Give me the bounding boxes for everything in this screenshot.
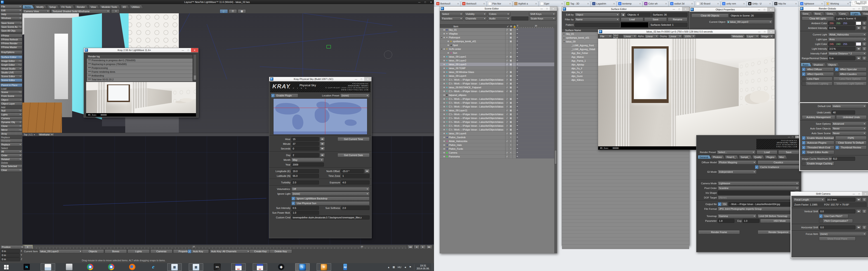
sidebar-item[interactable] — [0, 82, 22, 83]
tab-close-icon[interactable]: ✕ — [509, 2, 511, 5]
timeline-track[interactable] — [516, 32, 554, 35]
scene-item-row[interactable]: ⊕◄Spot — [440, 43, 554, 47]
titlebar[interactable]: Object Properties —□✕ — [690, 7, 774, 12]
visibility-toggle[interactable]: • — [509, 147, 513, 150]
taskbar-app-button[interactable]: 321 — [210, 263, 224, 270]
save-view-icon[interactable]: ▦ — [238, 9, 246, 13]
envelope-button[interactable]: E — [862, 225, 867, 230]
lock-column[interactable] — [513, 116, 516, 120]
visibility-toggle[interactable]: ▥ — [509, 59, 513, 62]
tab-close-icon[interactable]: ✕ — [639, 2, 641, 5]
lock-column[interactable] — [513, 78, 516, 81]
visibility-toggle[interactable]: ▥ — [509, 97, 513, 101]
visibility-toggle[interactable] — [509, 43, 513, 47]
sidebar-item[interactable] — [0, 54, 22, 55]
lock-column[interactable] — [513, 112, 516, 116]
active-check[interactable] — [505, 43, 509, 47]
stepper[interactable]: ◀▶ — [856, 26, 861, 30]
timeline-track[interactable] — [516, 124, 554, 128]
stepper[interactable]: ◀▶ — [856, 209, 861, 213]
menu-help[interactable]: Help▼ — [0, 12, 22, 16]
maximize-button[interactable]: □ — [422, 1, 428, 3]
sidebar-item[interactable]: Scene^O — [0, 90, 22, 94]
scene-item-row[interactable]: ⊕■lakas_09:Layer2 ✓ ▥ — [440, 59, 554, 63]
location-preset-dropdown[interactable]: (none)▼ — [340, 94, 370, 98]
active-check[interactable]: ✓ — [505, 112, 509, 116]
sun-intensity-field[interactable]: 0.5 — [291, 206, 319, 210]
tab-close-icon[interactable]: ✕ — [457, 2, 459, 5]
scene-item-row[interactable]: ⊕◄Plafon_Gardrob • — [440, 135, 554, 139]
edit-by-dropdown[interactable]: Object▼ — [575, 13, 620, 17]
sidebar-item[interactable]: Replace — [0, 136, 22, 139]
extra-dropdown[interactable]: ▼ — [111, 9, 119, 13]
timeline-track[interactable] — [516, 139, 554, 143]
timeline-track[interactable] — [516, 155, 554, 158]
timeline-track[interactable] — [516, 74, 554, 78]
panel-tab[interactable]: Final G_ — [725, 155, 739, 159]
timeline-track[interactable] — [516, 78, 554, 81]
panel-tab[interactable]: Shadows — [812, 63, 826, 67]
sidebar-item[interactable]: From Scene — [0, 94, 22, 98]
sidebar-item[interactable]: Camera — [0, 116, 22, 120]
sidebar-item[interactable]: FPrime Master — [0, 45, 22, 49]
current-object-dropdown[interactable]: ■lakas_09:Layer3▼ — [726, 20, 773, 24]
rotate-gizmo-icon[interactable] — [384, 50, 392, 59]
minimize-button[interactable]: — — [416, 1, 422, 3]
stepper[interactable]: ◀▶ — [856, 198, 861, 202]
menu-edit[interactable]: Edit▼ — [0, 8, 22, 12]
stepper[interactable]: ◀▶ — [856, 47, 861, 51]
browser-tab[interactable]: ◆Unity - U✕ — [747, 1, 772, 6]
browser-tab[interactable]: 8unity rem✕ — [721, 1, 746, 6]
browser-maximize-button[interactable]: ❐ — [855, 1, 857, 4]
visibility-toggle[interactable]: ▥ — [509, 36, 513, 39]
titlebar[interactable]: Kray 2.55 for LightWave 11.6+ —□✕ — [84, 48, 198, 53]
clock[interactable]: 19:312014.05.06. — [414, 264, 432, 270]
active-check[interactable]: ✓ — [505, 59, 509, 62]
auto-save-objects-dropdown[interactable]: Never▼ — [832, 127, 867, 131]
active-check[interactable]: ✓ — [505, 70, 509, 74]
scene-timeline-ruler[interactable]: 020 — [516, 24, 554, 28]
lens-flare-toggle[interactable]: Lens Flare — [802, 77, 833, 81]
maximize-button[interactable]: □ — [544, 6, 550, 11]
timeline-track[interactable] — [516, 55, 554, 59]
main-tab[interactable]: Utilities — [129, 5, 143, 9]
main-tab[interactable]: I/O — [121, 5, 129, 9]
visibility-toggle[interactable]: • — [509, 151, 513, 155]
lock-column[interactable] — [513, 120, 516, 124]
browser-tab[interactable]: 8lightwave✕ — [799, 1, 825, 6]
lock-column[interactable] — [513, 132, 516, 135]
timeline-track[interactable] — [516, 128, 554, 131]
browser-tab[interactable]: 8wallart 3d✕ — [669, 1, 694, 6]
stepper[interactable]: ◀▶ — [320, 142, 325, 146]
browser-tab[interactable]: fLagadrim✕ — [591, 1, 616, 6]
month-dropdown[interactable]: May▼ — [291, 158, 324, 162]
taskbar-app-button[interactable]: ▦ — [167, 263, 182, 271]
tab-close-icon[interactable]: ✕ — [769, 2, 771, 5]
panel-tab[interactable]: Lights — [850, 12, 861, 15]
scene-item-row[interactable]: ⊕✛C:\-- Work ---\Polgar Istvan - Lakas\l… — [440, 120, 554, 124]
lock-column[interactable] — [513, 143, 516, 147]
active-check[interactable]: ✓ — [505, 101, 509, 105]
preset-load-button[interactable]: Load — [756, 150, 777, 154]
lock-column[interactable] — [513, 155, 516, 158]
timeline-track[interactable] — [516, 109, 554, 112]
visibility-toggle[interactable]: ▥ — [509, 28, 513, 32]
visibility-toggle[interactable] — [509, 66, 513, 70]
sidebar-item[interactable]: Surface EditorF5 — [0, 55, 22, 59]
sidebar-item[interactable]: Array — [0, 132, 22, 135]
taskbar-app-button[interactable] — [83, 263, 97, 270]
tray-icon[interactable]: ▲ — [388, 266, 390, 269]
minimize-button[interactable]: — — [180, 48, 186, 52]
zoom-dropdown[interactable]: 100%▼ — [683, 34, 695, 38]
clear-all-lights-button[interactable]: Clear All Lights — [802, 16, 834, 21]
visibility-toggle[interactable]: ▥ — [509, 39, 513, 43]
tab-close-icon[interactable]: ✕ — [743, 2, 745, 5]
sidebar-item[interactable]: Clear▼ — [0, 168, 22, 172]
camera-lock-icon[interactable]: ⚓ — [220, 9, 228, 13]
shading-dropdown[interactable]: Textured Shaded Solid Wireframe▼ — [51, 9, 110, 13]
lock-column[interactable] — [513, 124, 516, 128]
timeline-track[interactable] — [516, 86, 554, 89]
main-tab[interactable]: FX Tools — [59, 5, 74, 9]
minimize-button[interactable]: — — [756, 7, 762, 11]
sidebar-item[interactable]: Save Scene As^S — [0, 25, 22, 29]
